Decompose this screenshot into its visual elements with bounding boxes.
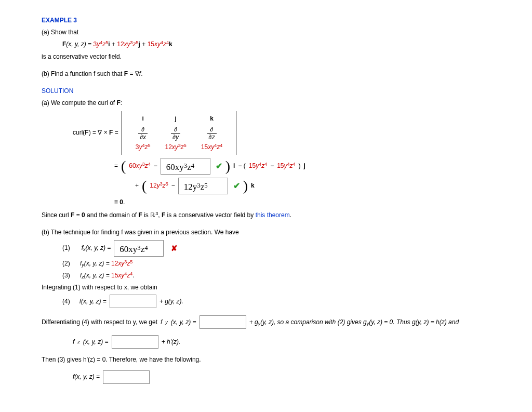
term2: 12xy3z5 (117, 41, 138, 48)
answer-box-4[interactable] (110, 295, 156, 308)
part-a-intro: (a) Show that (42, 28, 532, 37)
answer-box-1[interactable]: 60xy3z4 (161, 158, 210, 175)
curl-determinant-row: curl(F) = ∇ × F = i j k ∂∂x ∂∂y ∂∂z 3y4z… (73, 111, 532, 154)
curl-expand-i-j: = ( 60xy3z4 − 60xy3z4 ✔ )i − (15y4z4 − 1… (114, 158, 532, 175)
F-args: (x, y, z) = (66, 41, 93, 48)
curl-lhs: curl(F) = ∇ × F = (73, 128, 118, 138)
answer-box-7[interactable] (103, 370, 150, 384)
since-curl-text: Since curl F = 0 and the domain of F is … (42, 210, 532, 220)
det-j: j (157, 113, 193, 125)
part-a-tail: is a conservative vector field. (42, 52, 532, 62)
check-icon: ✔ (216, 160, 222, 173)
answer-box-5[interactable] (200, 315, 246, 329)
solution-heading: SOLUTION (42, 86, 532, 96)
eq-4: (4) f(x, y, z) = + g(y, z). (62, 295, 532, 308)
eq-3: (3) fz(x, y, z) = 15xy4z4. (62, 271, 532, 281)
curl-expand-k: + ( 12y3z5 − 12y3z5 ✔ )k (135, 178, 532, 194)
example-heading: EXAMPLE 3 (42, 16, 532, 25)
det-i: i (128, 113, 158, 125)
determinant: i j k ∂∂x ∂∂y ∂∂z 3y4z5 12xy3z5 15xy4z4 (122, 111, 237, 154)
part-b: (b) Find a function f such that F = ∇f. (42, 69, 532, 79)
eq-2: (2) fy(x, y, z) = 12xy3z5 (62, 259, 532, 269)
term3: 15xy4z4 (148, 41, 169, 48)
then-text: Then (3) gives h'(z) = 0. Therefore, we … (42, 355, 532, 365)
term1: 3y4z5 (93, 41, 108, 48)
eq-1: (1) fx(x, y, z) = 60xy3z4 ✘ (62, 240, 532, 257)
answer-box-6[interactable] (112, 335, 158, 349)
check-icon: ✔ (233, 179, 240, 193)
unit-k: k (169, 41, 172, 48)
sol-b-intro: (b) The technique for finding f was give… (42, 228, 532, 237)
integrate-text: Integrating (1) with respect to x, we ob… (42, 283, 532, 293)
det-k: k (194, 113, 230, 125)
answer-box-3[interactable]: 60xy3z4 (114, 240, 164, 257)
vector-field-def: F(x, y, z) = 3y4z5i + 12xy3z5j + 15xy4z4… (62, 39, 532, 49)
sol-a-intro: (a) We compute the curl of F: (42, 98, 532, 108)
answer-box-2[interactable]: 12y3z5 (178, 178, 228, 194)
curl-result-zero: = 0. (114, 197, 532, 207)
fz-line: fz(x, y, z) = + h'(z). (73, 335, 532, 349)
differentiate-text: Differentiating (4) with respect to y, w… (42, 315, 532, 329)
cross-icon: ✘ (171, 242, 178, 255)
theorem-link[interactable]: this theorem (256, 211, 290, 219)
final-f: f(x, y, z) = (73, 370, 532, 384)
